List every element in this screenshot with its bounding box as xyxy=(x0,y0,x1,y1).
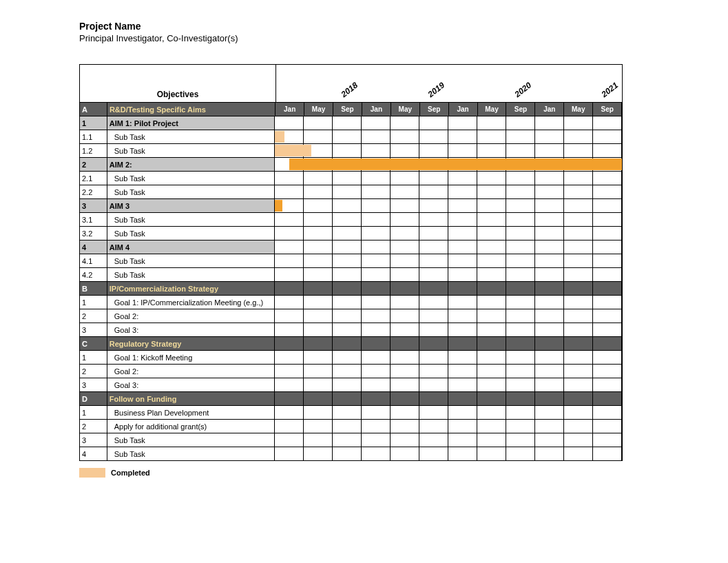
month-header: May xyxy=(478,103,507,116)
year-label: 2018 xyxy=(339,81,360,99)
year-label: 2020 xyxy=(512,81,533,99)
row-index: 3.2 xyxy=(80,227,107,240)
legend-swatch-completed xyxy=(79,468,105,478)
row-label: AIM 2: xyxy=(107,158,275,171)
row-index: 4 xyxy=(80,240,107,254)
row-index: 2.2 xyxy=(80,185,107,198)
table-row: 4.1Sub Task xyxy=(80,254,622,268)
month-header: Sep xyxy=(333,103,362,116)
row-index: 2 xyxy=(80,309,107,323)
table-row: 2Goal 2: xyxy=(80,309,622,323)
row-label: AIM 3 xyxy=(107,199,275,212)
month-header: Sep xyxy=(593,103,622,116)
table-row: 2AIM 2: xyxy=(80,158,622,172)
header-block: Objectives 2018201920202021 xyxy=(80,65,622,103)
row-index: 1.1 xyxy=(80,130,107,143)
row-label: Goal 1: Kickoff Meeting xyxy=(107,351,275,364)
row-index: 3 xyxy=(80,433,107,447)
objectives-header: Objectives xyxy=(80,65,276,102)
table-row: 3.2Sub Task xyxy=(80,227,622,240)
month-header: May xyxy=(304,103,333,116)
table-row: 3AIM 3 xyxy=(80,199,622,213)
month-header: May xyxy=(564,103,593,116)
table-row: 2.2Sub Task xyxy=(80,185,622,199)
row-index: 3 xyxy=(80,199,107,212)
legend: Completed xyxy=(79,468,728,478)
gantt-body: AR&D/Testing Specific AimsJanMaySepJanMa… xyxy=(80,103,622,461)
month-header: Sep xyxy=(420,103,449,116)
page-title: Project Name xyxy=(79,21,728,32)
table-row: 4AIM 4 xyxy=(80,240,622,254)
month-header: Jan xyxy=(535,103,564,116)
gantt-bar xyxy=(275,145,311,156)
row-label: Sub Task xyxy=(107,447,275,460)
row-index: 1 xyxy=(80,116,107,130)
row-index: 3.1 xyxy=(80,213,107,226)
table-row: 3Sub Task xyxy=(80,433,622,447)
month-header: Jan xyxy=(362,103,391,116)
row-label: Goal 2: xyxy=(107,365,275,378)
row-label: AIM 4 xyxy=(107,240,275,254)
row-index: 4 xyxy=(80,447,107,460)
table-row: 1Goal 1: Kickoff Meeting xyxy=(80,351,622,365)
row-label: Sub Task xyxy=(107,254,275,267)
month-header: May xyxy=(391,103,420,116)
month-header: Jan xyxy=(449,103,478,116)
row-label: Goal 3: xyxy=(107,378,275,391)
table-row: 2Apply for additional grant(s) xyxy=(80,420,622,433)
row-label: Goal 1: IP/Commercialization Meeting (e.… xyxy=(107,296,275,309)
table-row: 4.2Sub Task xyxy=(80,268,622,282)
row-index: 2 xyxy=(80,158,107,171)
table-row: 1.2Sub Task xyxy=(80,144,622,158)
row-label: AIM 1: Pilot Project xyxy=(107,116,275,130)
table-row: 2Goal 2: xyxy=(80,365,622,378)
section-index: A xyxy=(80,103,107,116)
row-label: Sub Task xyxy=(107,227,275,240)
row-index: 3 xyxy=(80,378,107,391)
row-index: 4.1 xyxy=(80,254,107,267)
row-label: Goal 3: xyxy=(107,323,275,336)
table-row: 2.1Sub Task xyxy=(80,172,622,185)
gantt-bar xyxy=(275,200,282,212)
section-title: IP/Commercialization Strategy xyxy=(107,282,275,295)
row-index: 2 xyxy=(80,420,107,433)
section-index: B xyxy=(80,282,107,295)
row-label: Sub Task xyxy=(107,213,275,226)
table-row: 3.1Sub Task xyxy=(80,213,622,227)
row-index: 3 xyxy=(80,323,107,336)
table-row: 1Goal 1: IP/Commercialization Meeting (e… xyxy=(80,296,622,309)
table-row: 4Sub Task xyxy=(80,447,622,461)
year-label: 2019 xyxy=(426,81,446,99)
row-label: Sub Task xyxy=(107,144,275,157)
gantt-bar xyxy=(289,158,622,170)
row-label: Sub Task xyxy=(107,185,275,198)
month-header: Sep xyxy=(506,103,535,116)
row-label: Sub Task xyxy=(107,268,275,281)
row-index: 2.1 xyxy=(80,172,107,185)
row-label: Sub Task xyxy=(107,130,275,143)
years-header: 2018201920202021 xyxy=(276,65,622,102)
section-title: R&D/Testing Specific Aims xyxy=(107,103,275,116)
row-label: Sub Task xyxy=(107,433,275,447)
page-subtitle: Principal Investigator, Co-Investigator(… xyxy=(79,33,728,43)
row-label: Goal 2: xyxy=(107,309,275,323)
row-index: 4.2 xyxy=(80,268,107,281)
table-row: 1AIM 1: Pilot Project xyxy=(80,116,622,130)
gantt-bar xyxy=(275,131,284,143)
table-row: 1Business Plan Development xyxy=(80,406,622,420)
month-header: Jan xyxy=(275,103,304,116)
table-row: 3Goal 3: xyxy=(80,323,622,337)
legend-label-completed: Completed xyxy=(111,469,150,477)
row-label: Sub Task xyxy=(107,172,275,185)
year-label: 2021 xyxy=(599,81,620,99)
row-index: 1.2 xyxy=(80,144,107,157)
row-label: Apply for additional grant(s) xyxy=(107,420,275,433)
section-index: C xyxy=(80,337,107,350)
row-index: 1 xyxy=(80,351,107,364)
row-index: 2 xyxy=(80,365,107,378)
row-index: 1 xyxy=(80,406,107,419)
table-row: 3Goal 3: xyxy=(80,378,622,392)
section-title: Regulatory Strategy xyxy=(107,337,275,350)
gantt-chart: Objectives 2018201920202021 AR&D/Testing… xyxy=(79,64,623,461)
section-index: D xyxy=(80,392,107,405)
